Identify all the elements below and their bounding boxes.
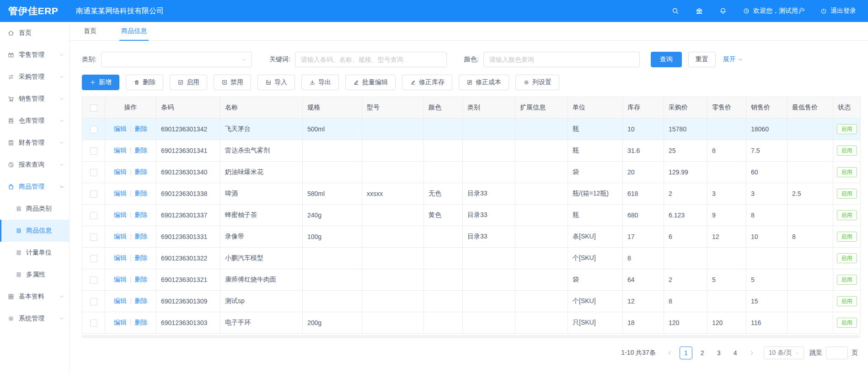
prev-page-button[interactable] [663, 347, 676, 359]
toolbar-button[interactable]: 删除 [126, 75, 163, 90]
col-header-barcode: 条码 [156, 97, 220, 119]
cell-name: 蜂蜜柚子茶 [220, 205, 303, 226]
select-all-checkbox[interactable] [90, 104, 97, 112]
delete-link[interactable]: 删除 [134, 233, 147, 240]
toolbar-button[interactable]: 修正成本 [459, 75, 509, 90]
sidebar-item[interactable]: 系统管理 [0, 308, 69, 330]
power-icon [820, 7, 827, 15]
sidebar-item[interactable]: 多属性 [0, 264, 69, 286]
toolbar-button-label: 修正成本 [476, 78, 501, 87]
logout-button[interactable]: 退出登录 [820, 7, 856, 15]
sidebar-item[interactable]: 商品类别 [0, 198, 69, 220]
sidebar-item[interactable]: 零售管理 [0, 44, 69, 66]
edit-link[interactable]: 编辑 [114, 190, 127, 197]
page-number-button[interactable]: 4 [729, 347, 742, 359]
sidebar-item[interactable]: 商品管理 [0, 176, 69, 198]
toolbar-button[interactable]: 列设置 [515, 75, 559, 90]
status-badge: 启用 [837, 318, 857, 328]
table-row: 编辑|删除 6901236301331 录像带 100g 目录33 条[SKU]… [82, 226, 861, 248]
category-select[interactable] [101, 52, 252, 67]
toolbar-button[interactable]: 禁用 [214, 75, 251, 90]
row-checkbox[interactable] [90, 147, 97, 155]
horizontal-scrollbar[interactable] [82, 335, 860, 338]
page-number-button[interactable]: 3 [713, 347, 725, 359]
toolbar-button[interactable]: 新增 [82, 75, 119, 90]
next-page-button[interactable] [745, 347, 758, 359]
delete-link[interactable]: 删除 [134, 276, 147, 283]
sidebar-item[interactable]: 商品信息 [0, 220, 69, 242]
row-checkbox[interactable] [90, 126, 97, 133]
row-checkbox[interactable] [90, 212, 97, 219]
sidebar-item[interactable]: 报表查询 [0, 154, 69, 176]
row-checkbox[interactable] [90, 298, 97, 305]
edit-link[interactable]: 编辑 [114, 297, 127, 304]
sidebar-item[interactable]: 采购管理 [0, 66, 69, 88]
keyword-input[interactable] [295, 52, 447, 67]
table-row: 编辑|删除 6901236301303 电子手环 200g 只[SKU] 18 … [82, 312, 861, 334]
toolbar-button[interactable]: 导入 [257, 75, 295, 90]
row-checkbox[interactable] [90, 320, 97, 327]
tab-item[interactable]: 商品信息 [119, 22, 149, 40]
search-icon[interactable] [671, 7, 680, 15]
chevron-icon [59, 30, 64, 36]
edit-link[interactable]: 编辑 [114, 254, 127, 261]
sidebar-item[interactable]: 销售管理 [0, 88, 69, 110]
edit-link[interactable]: 编辑 [114, 211, 127, 218]
row-checkbox[interactable] [90, 276, 97, 284]
institution-icon[interactable] [695, 7, 703, 15]
cell-unit: 只[SKU] [568, 312, 623, 334]
edit-link[interactable]: 编辑 [114, 125, 127, 132]
toolbar-button[interactable]: 启用 [170, 75, 207, 90]
cell-color: 黄色 [424, 205, 463, 226]
sidebar-item[interactable]: 财务管理 [0, 132, 69, 154]
row-checkbox[interactable] [90, 255, 97, 262]
status-badge: 启用 [837, 210, 857, 220]
search-button[interactable]: 查询 [651, 52, 682, 67]
delete-link[interactable]: 删除 [134, 319, 147, 326]
delete-link[interactable]: 删除 [134, 125, 147, 132]
toolbar-button[interactable]: 导出 [301, 75, 339, 90]
sidebar-item[interactable]: 仓库管理 [0, 110, 69, 132]
cell-name: 奶油味爆米花 [220, 162, 303, 183]
edit-link[interactable]: 编辑 [114, 276, 127, 283]
sidebar-item[interactable]: 首页 [0, 22, 69, 44]
bell-icon[interactable] [719, 7, 727, 15]
row-checkbox[interactable] [90, 233, 97, 241]
row-checkbox[interactable] [90, 190, 97, 198]
cell-name: 飞天茅台 [220, 119, 303, 140]
edit-link[interactable]: 编辑 [114, 146, 127, 154]
delete-link[interactable]: 删除 [134, 211, 147, 218]
toolbar-button[interactable]: 批量编辑 [345, 75, 396, 90]
sidebar-item[interactable]: 基本资料 [0, 286, 69, 308]
sidebar-item-label: 财务管理 [19, 139, 59, 147]
color-input[interactable] [483, 52, 640, 67]
page-size-select[interactable]: 10 条/页 [764, 347, 804, 359]
jump-to-input[interactable] [826, 347, 848, 359]
delete-link[interactable]: 删除 [134, 254, 147, 261]
expand-link[interactable]: 展开 [723, 55, 743, 64]
edit-link[interactable]: 编辑 [114, 233, 127, 240]
row-checkbox[interactable] [90, 169, 97, 176]
toolbar-button[interactable]: 修正库存 [402, 75, 452, 90]
edit-link[interactable]: 编辑 [114, 319, 127, 326]
delete-link[interactable]: 删除 [134, 168, 147, 175]
toolbar-button-icon [466, 79, 473, 86]
delete-link[interactable]: 删除 [134, 146, 147, 154]
expand-label: 展开 [723, 55, 736, 64]
page-number-button[interactable]: 2 [696, 347, 709, 359]
delete-link[interactable]: 删除 [134, 190, 147, 197]
cell-purchase-price [664, 248, 707, 269]
color-label: 颜色: [464, 55, 479, 64]
reset-button[interactable]: 重置 [688, 52, 716, 67]
toolbar-button-icon [177, 79, 184, 86]
welcome-user[interactable]: 欢迎您，测试用户 [743, 7, 804, 15]
cell-sale-price: 3 [746, 183, 788, 205]
cell-retail-price: 120 [707, 312, 746, 334]
cell-barcode: 6901236301338 [156, 183, 220, 205]
sidebar-item[interactable]: 计量单位 [0, 242, 69, 264]
page-number-button[interactable]: 1 [680, 347, 692, 359]
edit-link[interactable]: 编辑 [114, 168, 127, 175]
delete-link[interactable]: 删除 [134, 297, 147, 304]
cell-sale-price [746, 248, 788, 269]
tab-item[interactable]: 首页 [82, 22, 98, 40]
